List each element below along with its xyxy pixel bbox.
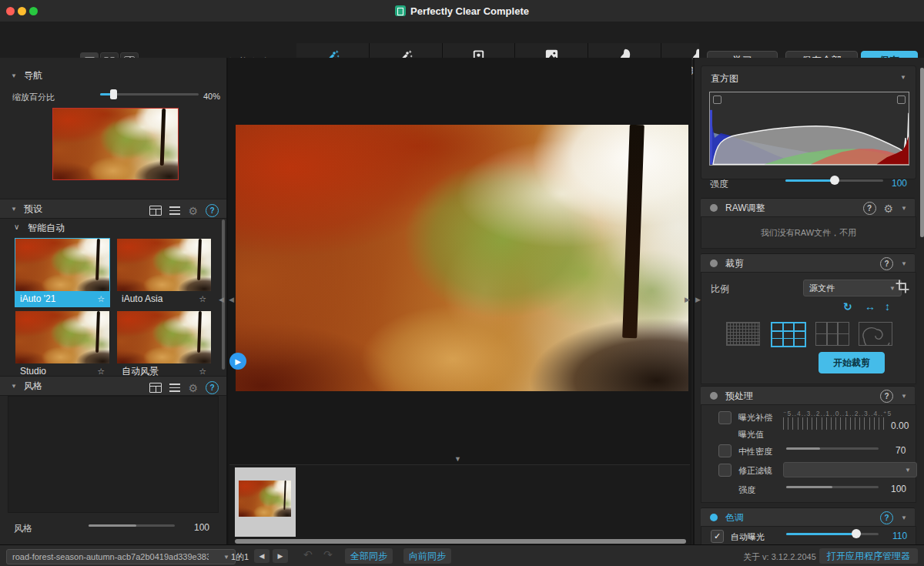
crop-grid-spiral-button[interactable] — [859, 322, 892, 346]
help-icon[interactable]: ? — [880, 390, 893, 403]
help-icon[interactable]: ? — [863, 202, 876, 215]
looks-section-header[interactable]: ▼ 风格 ⚙ ? — [0, 376, 226, 396]
star-icon[interactable]: ☆ — [199, 294, 206, 304]
highlight-clipping-toggle[interactable] — [897, 95, 906, 104]
slider-thumb[interactable] — [110, 89, 117, 99]
collapse-triangle-icon[interactable]: ▼ — [11, 383, 17, 390]
gear-icon[interactable]: ⚙ — [884, 203, 894, 214]
sync-forward-button[interactable]: 向前同步 — [403, 548, 451, 564]
presets-section-header[interactable]: ▼ 预设 ⚙ ? — [0, 199, 226, 219]
grid-view-icon[interactable] — [149, 206, 162, 216]
star-icon[interactable]: ☆ — [199, 367, 206, 377]
start-crop-button[interactable]: 开始裁剪 — [819, 352, 885, 373]
correction-filter-dropdown[interactable]: ▼ — [783, 462, 917, 477]
list-view-icon[interactable] — [169, 206, 180, 215]
zoom-percent-slider[interactable] — [100, 89, 199, 99]
nd-checkbox[interactable] — [718, 444, 732, 457]
open-app-manager-button[interactable]: 打开应用程序管理器 — [819, 548, 918, 564]
histogram-title: 直方图 — [711, 72, 738, 85]
exposure-comp-label: 曝光补偿 — [738, 412, 772, 424]
grid-view-icon[interactable] — [149, 383, 162, 393]
help-icon[interactable]: ? — [206, 381, 219, 394]
ratio-label: 比例 — [711, 283, 729, 296]
crop-grid-thirds-button[interactable] — [771, 322, 806, 347]
collapse-triangle-icon[interactable]: ▼ — [901, 205, 907, 212]
strength-slider[interactable] — [785, 176, 883, 186]
help-icon[interactable]: ? — [880, 257, 893, 270]
crop-grid-halves-button[interactable] — [815, 322, 849, 346]
filmstrip-scrollbar[interactable] — [235, 539, 686, 544]
collapse-triangle-icon[interactable]: ▼ — [900, 74, 906, 81]
ratio-dropdown[interactable]: 源文件 ▼ — [803, 280, 902, 296]
shadow-clipping-toggle[interactable] — [713, 95, 721, 104]
section-dot-icon — [710, 392, 718, 400]
sync-all-button[interactable]: 全部同步 — [345, 548, 393, 564]
window-title: Perfectly Clear Complete — [410, 5, 529, 17]
collapse-triangle-icon[interactable]: ▼ — [11, 206, 17, 213]
crop-section-header[interactable]: 裁剪 ? ▼ — [701, 253, 915, 273]
help-icon[interactable]: ? — [206, 204, 219, 217]
previous-image-button[interactable]: ◀ — [254, 549, 270, 563]
auto-exposure-value: 110 — [892, 531, 907, 541]
start-crop-label: 开始裁剪 — [833, 357, 870, 370]
next-image-button[interactable]: ▶ — [273, 549, 288, 563]
star-icon[interactable]: ☆ — [97, 367, 105, 377]
preprocess-section-header[interactable]: 预处理 ? ▼ — [701, 386, 915, 406]
nd-slider[interactable] — [786, 444, 879, 454]
scroll-right-icon[interactable]: ▶ — [685, 296, 690, 303]
collapse-right-panel-icon[interactable]: ▶ — [695, 296, 701, 303]
scroll-left-icon[interactable]: ◀ — [229, 296, 234, 303]
histogram-box — [709, 92, 909, 166]
navigator-thumbnail[interactable] — [52, 108, 179, 180]
collapse-triangle-icon[interactable]: ▼ — [901, 393, 907, 400]
preset-thumb-photo — [15, 239, 109, 291]
filmstrip-item-selected[interactable] — [235, 467, 296, 537]
main-photo[interactable] — [236, 125, 688, 391]
correction-filter-checkbox[interactable] — [718, 464, 732, 477]
left-panel-scrollbar[interactable] — [222, 219, 225, 370]
tone-section-header[interactable]: 色调 ? ▼ — [701, 507, 915, 527]
exposure-comp-checkbox[interactable] — [718, 411, 732, 424]
looks-slider[interactable] — [89, 521, 175, 531]
gear-icon[interactable]: ⚙ — [188, 383, 198, 394]
right-panel-scrollbar[interactable] — [920, 68, 924, 237]
gear-icon[interactable]: ⚙ — [188, 206, 198, 216]
preset-item-iauto21[interactable]: iAuto '21☆ — [15, 239, 109, 306]
raw-section-header[interactable]: RAW调整 ? ⚙ ▼ — [701, 198, 915, 218]
collapse-triangle-icon[interactable]: ▼ — [901, 514, 907, 521]
filename-dropdown[interactable]: road-forest-season-autumn-acb7a2b0419ad3… — [6, 549, 236, 564]
navigator-photo — [53, 109, 178, 179]
crop-grid-fine-button[interactable] — [726, 322, 760, 346]
preset-item-studio[interactable]: Studio☆ — [15, 311, 109, 379]
collapse-triangle-icon[interactable]: ▼ — [901, 260, 907, 267]
filmstrip-divider-handle[interactable]: ▼ — [454, 455, 461, 463]
canvas-area: ▶ ◀ ▶ ▼ — [228, 58, 691, 544]
ev-ruler[interactable]: ⁻5..4..3..2..1..0..1..2..3..4..⁺5 — [783, 410, 888, 427]
redo-button[interactable]: ↷ — [323, 548, 333, 561]
crop-tool-icon[interactable] — [896, 280, 909, 293]
ev-value: 0.00 — [891, 420, 909, 431]
correction-filter-label: 修正滤镜 — [738, 465, 772, 477]
auto-exposure-slider[interactable] — [786, 529, 879, 539]
star-icon[interactable]: ☆ — [97, 294, 105, 304]
auto-exposure-checkbox[interactable]: ✓ — [711, 530, 724, 543]
undo-button[interactable]: ↶ — [303, 548, 313, 561]
flip-horizontal-icon[interactable]: ↔ — [865, 300, 875, 313]
collapse-left-panel-icon[interactable]: ◀ — [219, 296, 224, 303]
play-preview-button[interactable]: ▶ — [229, 353, 246, 370]
navigation-section-header[interactable]: ▼ 导航 — [0, 67, 234, 84]
slider-thumb[interactable] — [852, 529, 861, 538]
collapse-triangle-icon[interactable]: ▼ — [11, 72, 17, 79]
app-logo-icon — [395, 5, 406, 16]
preset-item-iauto-asia[interactable]: iAuto Asia☆ — [117, 239, 211, 306]
slider-thumb[interactable] — [830, 176, 839, 185]
list-view-icon[interactable] — [169, 383, 180, 392]
ev-scale-text: ⁻5..4..3..2..1..0..1..2..3..4..⁺5 — [783, 410, 888, 417]
help-icon[interactable]: ? — [880, 511, 893, 524]
tone-title: 色调 — [725, 511, 744, 524]
group-chevron-icon[interactable]: ∨ — [14, 223, 19, 231]
pre-strength-slider[interactable] — [786, 482, 879, 492]
flip-vertical-icon[interactable]: ↕ — [885, 300, 890, 313]
rotate-icon[interactable]: ↻ — [843, 300, 852, 313]
preset-item-auto-landscape[interactable]: 自动风景☆ — [117, 311, 211, 379]
